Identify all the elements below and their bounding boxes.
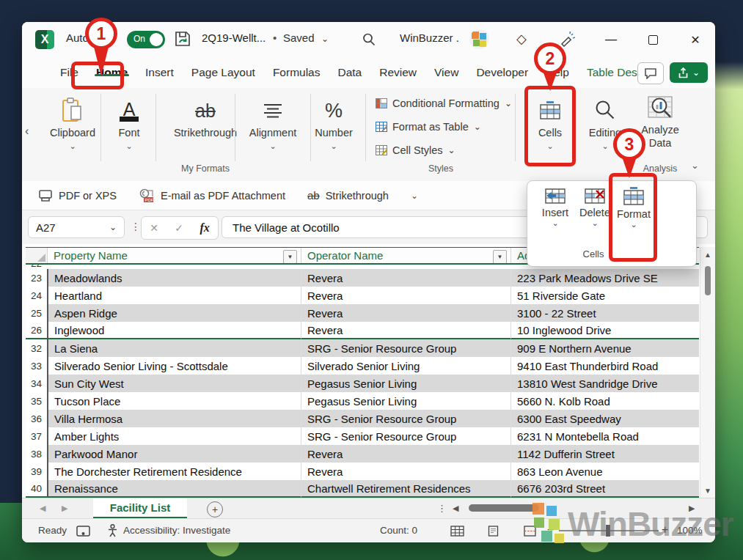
cell-address[interactable]: 9410 East Thunderbird Road: [510, 357, 699, 375]
tab-data[interactable]: Data: [329, 66, 370, 79]
cell-property-name[interactable]: Inglewood: [47, 322, 301, 339]
row-number[interactable]: 25: [26, 304, 47, 322]
filter-icon[interactable]: ▼: [283, 250, 297, 263]
font-chevron-icon[interactable]: ⌄: [106, 141, 153, 151]
row-number[interactable]: 40: [26, 480, 47, 498]
cancel-entry-icon[interactable]: ✕: [150, 222, 158, 234]
qat-strikethrough-button[interactable]: ab Strikethrough: [307, 189, 389, 202]
table-row[interactable]: 24HeartlandRevera51 Riverside Gate: [26, 287, 699, 304]
premium-diamond-icon[interactable]: ◇: [516, 31, 527, 47]
cell-operator-name[interactable]: Pegasus Senior Living: [301, 375, 510, 392]
normal-view-icon[interactable]: [450, 526, 464, 537]
qat-overflow-chevron-icon[interactable]: ⌄: [411, 191, 418, 201]
cell-operator-name[interactable]: SRG - Senior Resource Group: [301, 410, 510, 427]
cell-operator-name[interactable]: Revera: [301, 269, 510, 287]
ribbon-collapse-left-icon[interactable]: ‹: [25, 125, 29, 138]
table-row[interactable]: 32La SienaSRG - Senior Resource Group909…: [26, 339, 699, 357]
cell-address[interactable]: 5660 N. Kolb Road: [510, 392, 699, 410]
tab-page-layout[interactable]: Page Layout: [183, 66, 264, 79]
hscroll-left-icon[interactable]: ◀: [453, 504, 458, 513]
spreadsheet-grid[interactable]: Property Name ▼ Operator Name ▼ Ad 22 23…: [26, 244, 715, 498]
cell-property-name[interactable]: Meadowlands: [47, 269, 301, 287]
document-title[interactable]: 2Q19-Wellt...: [202, 32, 266, 44]
cell-property-name[interactable]: Tucson Place: [47, 392, 301, 410]
table-row[interactable]: 39The Dorchester Retirement ResidenceRev…: [26, 463, 699, 480]
tab-formulas[interactable]: Formulas: [264, 66, 329, 79]
table-row[interactable]: 33Silverado Senior Living - ScottsdaleSi…: [26, 357, 699, 375]
row-number[interactable]: 36: [26, 410, 47, 427]
table-row[interactable]: 40RenaissanceChartwell Retirement Reside…: [26, 480, 699, 498]
cell-operator-name[interactable]: Pegasus Senior Living: [301, 392, 510, 410]
select-all-corner[interactable]: [26, 248, 47, 263]
horizontal-scroll-thumb[interactable]: [469, 504, 539, 512]
row-number[interactable]: 32: [26, 339, 47, 357]
table-row[interactable]: 34Sun City WestPegasus Senior Living1381…: [26, 375, 699, 392]
tab-developer[interactable]: Developer: [467, 66, 537, 79]
cell-address[interactable]: 10 Inglewood Drive: [510, 322, 699, 339]
format-as-table-button[interactable]: Format as Table ⌄: [376, 117, 481, 136]
header-operator-name[interactable]: Operator Name ▼: [301, 248, 510, 263]
vertical-scroll-thumb[interactable]: [705, 266, 711, 295]
clipboard-chevron-icon[interactable]: ⌄: [47, 141, 98, 151]
account-name[interactable]: WinBuzzer .: [400, 32, 459, 44]
table-row[interactable]: 36Villa HermosaSRG - Senior Resource Gro…: [26, 410, 699, 427]
table-row[interactable]: 23MeadowlandsRevera223 Park Meadows Driv…: [26, 269, 699, 287]
search-icon[interactable]: [362, 32, 376, 47]
filter-icon[interactable]: ▼: [493, 250, 507, 263]
cell-address[interactable]: 51 Riverside Gate: [510, 287, 699, 304]
alignment-chevron-icon[interactable]: ⌄: [238, 141, 308, 151]
cell-property-name[interactable]: La Siena: [47, 339, 301, 357]
hscroll-right-icon[interactable]: ▶: [689, 504, 695, 513]
share-button[interactable]: ⌄: [670, 62, 708, 83]
ribbon-collapse-icon[interactable]: ⌄: [691, 160, 699, 171]
table-row[interactable]: 35Tucson PlacePegasus Senior Living5660 …: [26, 392, 699, 410]
insert-menu-button[interactable]: Insert ⌄: [535, 187, 576, 228]
sheet-nav-right-icon[interactable]: ▶: [62, 504, 67, 513]
pdf-or-xps-button[interactable]: PDF or XPS: [38, 189, 117, 202]
accessibility-status[interactable]: Accessibility: Investigate: [123, 525, 230, 536]
sheet-tab-facility-list[interactable]: Facility List: [93, 498, 187, 519]
cell-operator-name[interactable]: Chartwell Retirement Residences: [301, 480, 510, 498]
close-button[interactable]: ✕: [683, 29, 708, 50]
table-row[interactable]: 38Parkwood ManorRevera1142 Dufferin Stre…: [26, 445, 699, 463]
header-property-name[interactable]: Property Name ▼: [47, 248, 301, 263]
cell-address[interactable]: 3100 - 22 Street: [510, 304, 699, 322]
email-pdf-button[interactable]: PDF E-mail as PDF Attachment: [139, 188, 285, 203]
cell-operator-name[interactable]: Revera: [301, 304, 510, 322]
cell-address[interactable]: 13810 West Sandridge Drive: [510, 375, 699, 392]
cell-address[interactable]: 909 E Northern Avenue: [510, 339, 699, 357]
zoom-slider-thumb[interactable]: [606, 525, 610, 537]
cell-operator-name[interactable]: Revera: [301, 445, 510, 463]
row-number[interactable]: 26: [26, 322, 47, 339]
formula-grip-dots[interactable]: ⋮: [131, 221, 141, 232]
number-chevron-icon[interactable]: ⌄: [304, 141, 363, 151]
cell-property-name[interactable]: Villa Hermosa: [47, 410, 301, 427]
tab-insert[interactable]: Insert: [136, 66, 183, 79]
cell-property-name[interactable]: Silverado Senior Living - Scottsdale: [47, 357, 301, 375]
cell-address[interactable]: 1142 Dufferin Street: [510, 445, 699, 463]
autosave-toggle[interactable]: On: [127, 31, 165, 48]
tab-review[interactable]: Review: [370, 66, 425, 79]
cell-property-name[interactable]: Heartland: [47, 287, 301, 304]
cell-operator-name[interactable]: Revera: [301, 322, 510, 339]
page-layout-view-icon[interactable]: [487, 526, 499, 537]
cell-address[interactable]: 863 Leon Avenue: [510, 463, 699, 480]
cell-address[interactable]: 6300 East Speedway: [510, 410, 699, 427]
cell-property-name[interactable]: Sun City West: [47, 375, 301, 392]
maximize-button[interactable]: [640, 29, 665, 50]
table-row[interactable]: 26InglewoodRevera10 Inglewood Drive: [26, 322, 699, 339]
saved-chevron-icon[interactable]: ⌄: [321, 34, 329, 44]
scroll-down-icon[interactable]: ▼: [700, 487, 715, 495]
row-number[interactable]: 34: [26, 375, 47, 392]
font-group[interactable]: A Font ⌄: [106, 88, 153, 181]
sheet-nav-left-icon[interactable]: ◀: [40, 504, 45, 513]
row-number[interactable]: 39: [26, 463, 47, 480]
row-number[interactable]: 23: [26, 269, 47, 287]
vertical-scrollbar[interactable]: ▲ ▼: [700, 247, 715, 498]
horizontal-scrollbar[interactable]: ◀ ▶: [451, 501, 697, 515]
saved-status[interactable]: Saved: [283, 32, 315, 44]
cell-operator-name[interactable]: Revera: [301, 287, 510, 304]
cell-property-name[interactable]: The Dorchester Retirement Residence: [47, 463, 301, 480]
cell-styles-button[interactable]: Cell Styles ⌄: [376, 141, 455, 160]
page-break-view-icon[interactable]: [524, 526, 536, 537]
